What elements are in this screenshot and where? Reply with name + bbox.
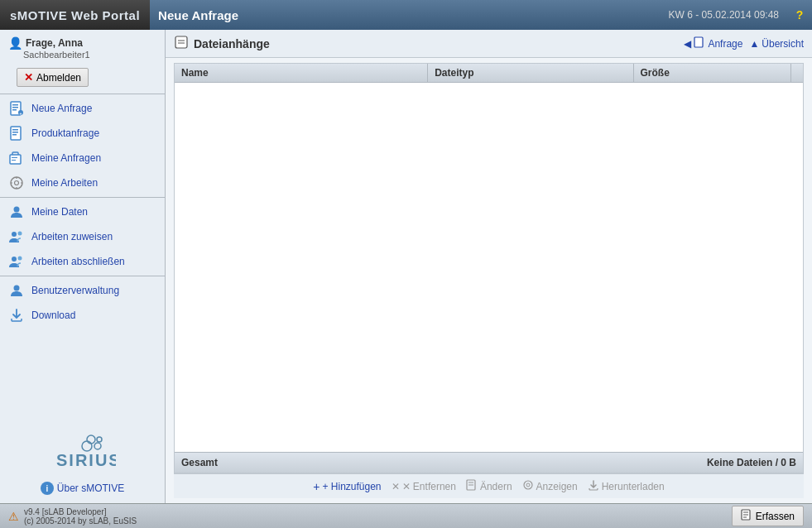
produktanfrage-icon	[8, 125, 25, 142]
uebersicht-nav-link[interactable]: ▲ Übersicht	[749, 38, 804, 50]
svg-rect-12	[12, 160, 16, 161]
sidebar-label-arbeiten-abschliessen: Arbeiten abschließen	[31, 256, 125, 267]
aendern-icon	[466, 479, 478, 493]
svg-rect-1	[12, 104, 18, 106]
footer-file-count: Keine Dateien / 0 B	[707, 457, 796, 468]
entfernen-button[interactable]: ✕ ✕ Entfernen	[392, 481, 456, 492]
page-title: Neue Anfrage	[150, 0, 660, 30]
back-icon: ◀	[684, 38, 691, 50]
aendern-button[interactable]: Ändern	[466, 479, 512, 493]
meine-arbeiten-icon	[8, 175, 25, 191]
col-size: Größe	[634, 64, 792, 82]
benutzerverwaltung-icon	[8, 282, 25, 299]
content-header: Dateianhänge ◀ Anfrage ▲ Übersicht	[166, 30, 812, 58]
user-section: 👤 Frage, Anna Sachbearbeiter1	[0, 30, 165, 63]
help-button[interactable]: ?	[787, 0, 812, 30]
sidebar-label-download: Download	[31, 310, 75, 321]
hinzufuegen-button[interactable]: + + Hinzufügen	[313, 480, 381, 493]
sidebar-label-meine-anfragen: Meine Anfragen	[31, 152, 101, 164]
sidebar-divider	[0, 94, 165, 94]
user-icon: 👤	[8, 36, 22, 50]
svg-point-20	[12, 232, 17, 237]
herunterladen-button[interactable]: Herunterladen	[588, 479, 665, 493]
erfassen-label: Erfassen	[756, 511, 795, 522]
sidebar-item-download[interactable]: Download	[0, 303, 165, 328]
erfassen-icon	[741, 509, 752, 523]
table-header: Name Dateityp Größe	[175, 64, 803, 83]
anzeigen-button[interactable]: Anzeigen	[522, 479, 578, 493]
svg-rect-30	[175, 36, 187, 48]
content-navigation: ◀ Anfrage ▲ Übersicht	[684, 36, 804, 50]
header-datetime: KW 6 - 05.02.2014 09:48	[661, 0, 787, 30]
sidebar-label-meine-daten: Meine Daten	[31, 206, 88, 218]
svg-rect-33	[694, 37, 703, 47]
footer-copyright: (c) 2005-2014 by sLAB, EuSIS	[24, 516, 137, 526]
logout-button[interactable]: ✕ Abmelden	[17, 68, 89, 87]
sidebar-item-meine-arbeiten[interactable]: Meine Arbeiten	[0, 170, 165, 195]
svg-point-19	[14, 207, 20, 213]
sidebar-item-meine-anfragen[interactable]: Meine Anfragen	[0, 146, 165, 170]
svg-rect-6	[11, 127, 21, 140]
svg-point-24	[14, 286, 20, 291]
main-layout: 👤 Frage, Anna Sachbearbeiter1 ✕ Abmelden…	[0, 30, 812, 503]
svg-rect-8	[12, 132, 18, 133]
warning-icon: ⚠	[8, 510, 19, 523]
file-table: Name Dateityp Größe Gesamt Keine Dateien…	[174, 63, 804, 473]
table-footer: Gesamt Keine Dateien / 0 B	[175, 452, 803, 473]
neue-anfrage-icon: +	[8, 100, 25, 117]
svg-text:SIRIUS: SIRIUS	[56, 451, 116, 469]
user-name: 👤 Frage, Anna	[8, 36, 156, 50]
svg-point-21	[18, 232, 22, 236]
table-body[interactable]	[175, 83, 803, 452]
sidebar-item-neue-anfrage[interactable]: + Neue Anfrage	[0, 96, 165, 121]
sidebar-label-produktanfrage: Produktanfrage	[31, 127, 99, 139]
svg-point-13	[11, 177, 22, 189]
section-title: Dateianhänge	[174, 35, 677, 52]
svg-point-28	[82, 441, 92, 451]
footer-total-label: Gesamt	[181, 457, 218, 468]
sidebar-label-neue-anfrage: Neue Anfrage	[31, 103, 92, 114]
footer-info: ⚠ v9.4 [sLAB Developer] (c) 2005-2014 by…	[8, 507, 137, 526]
sidebar-item-meine-daten[interactable]: Meine Daten	[0, 199, 165, 224]
action-bar: + + Hinzufügen ✕ ✕ Entfernen Ändern Anze…	[174, 473, 804, 498]
svg-point-23	[18, 257, 22, 261]
sidebar-item-produktanfrage[interactable]: Produktanfrage	[0, 121, 165, 146]
col-filetype: Dateityp	[428, 64, 633, 82]
svg-rect-11	[12, 157, 17, 158]
about-smotive-link[interactable]: i Über sMOTIVE	[41, 482, 124, 495]
sirius-logo: SIRIUS	[50, 431, 116, 477]
content-area: Dateianhänge ◀ Anfrage ▲ Übersicht Na	[166, 30, 812, 503]
meine-daten-icon	[8, 204, 25, 220]
attachment-icon	[174, 35, 189, 52]
footer-version: v9.4 [sLAB Developer]	[24, 507, 137, 516]
svg-rect-2	[12, 107, 18, 108]
anzeigen-icon	[522, 479, 534, 493]
entfernen-icon: ✕	[392, 481, 400, 492]
sidebar-bottom: SIRIUS i Über sMOTIVE	[0, 423, 165, 503]
anfrage-icon	[694, 36, 705, 50]
arbeiten-abschliessen-icon	[8, 253, 25, 270]
sidebar-divider2	[0, 197, 165, 198]
hinzufuegen-icon: +	[313, 480, 320, 493]
svg-point-22	[12, 257, 17, 262]
sidebar-item-benutzerverwaltung[interactable]: Benutzerverwaltung	[0, 278, 165, 303]
anfrage-nav-link[interactable]: ◀ Anfrage	[684, 36, 742, 50]
herunterladen-icon	[588, 479, 599, 493]
sidebar-item-arbeiten-zuweisen[interactable]: Arbeiten zuweisen	[0, 224, 165, 249]
erfassen-button[interactable]: Erfassen	[732, 506, 804, 526]
sidebar-label-meine-arbeiten: Meine Arbeiten	[31, 177, 98, 189]
svg-point-26	[94, 443, 101, 449]
svg-text:+: +	[20, 111, 22, 116]
svg-point-38	[526, 483, 530, 487]
scrollbar-placeholder	[791, 64, 803, 82]
uebersicht-icon: ▲	[749, 38, 759, 50]
header: sMOTIVE Web Portal Neue Anfrage KW 6 - 0…	[0, 0, 812, 30]
logout-icon: ✕	[24, 71, 33, 84]
sidebar-divider3	[0, 276, 165, 276]
svg-rect-3	[12, 109, 17, 111]
sidebar-label-benutzerverwaltung: Benutzerverwaltung	[31, 285, 119, 296]
arbeiten-zuweisen-icon	[8, 228, 25, 245]
svg-rect-7	[12, 129, 18, 131]
user-role: Sachbearbeiter1	[8, 50, 156, 60]
sidebar-item-arbeiten-abschliessen[interactable]: Arbeiten abschließen	[0, 249, 165, 274]
